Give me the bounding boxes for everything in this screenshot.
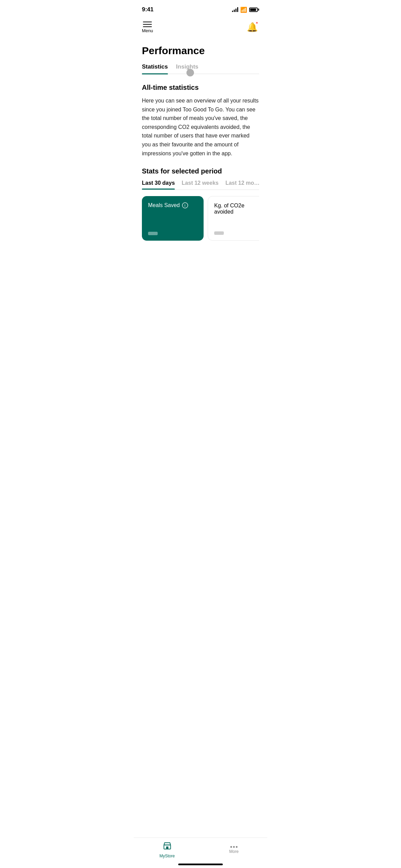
header: Menu 🔔 xyxy=(134,17,267,39)
co2-value-placeholder xyxy=(214,231,224,235)
battery-icon xyxy=(249,8,259,12)
notification-dot xyxy=(255,21,258,24)
co2-card: Kg. of CO2e avoided xyxy=(208,196,259,241)
status-icons: 📶 xyxy=(232,7,259,13)
page-title: Performance xyxy=(142,45,259,57)
period-tab-12months[interactable]: Last 12 mo… xyxy=(226,180,259,190)
co2-value xyxy=(214,231,259,235)
meals-value-placeholder xyxy=(148,232,158,235)
menu-button[interactable]: Menu xyxy=(142,22,153,33)
wifi-icon: 📶 xyxy=(240,7,247,13)
co2-title: Kg. of CO2e avoided xyxy=(214,203,259,215)
meals-saved-title: Meals Saved xyxy=(148,202,180,208)
tab-slider xyxy=(186,69,194,76)
stats-cards: Meals Saved i Kg. of CO2e avoided xyxy=(142,196,259,242)
notifications-button[interactable]: 🔔 xyxy=(245,21,259,34)
main-content: Performance Statistics Insights All-time… xyxy=(134,39,267,276)
hamburger-icon xyxy=(143,22,152,27)
signal-icon xyxy=(232,7,238,12)
meals-saved-value xyxy=(148,232,197,235)
period-tab-12weeks[interactable]: Last 12 weeks xyxy=(182,180,219,190)
info-icon[interactable]: i xyxy=(182,202,188,208)
all-time-description: Here you can see an overview of all your… xyxy=(142,96,259,158)
status-bar: 9:41 📶 xyxy=(134,0,267,17)
period-title: Stats for selected period xyxy=(142,167,259,175)
co2-card-header: Kg. of CO2e avoided xyxy=(214,203,259,215)
period-tabs: Last 30 days Last 12 weeks Last 12 mo… xyxy=(142,180,259,190)
card-header: Meals Saved i xyxy=(148,202,197,208)
status-time: 9:41 xyxy=(142,6,154,13)
meals-saved-card: Meals Saved i xyxy=(142,196,204,241)
all-time-title: All-time statistics xyxy=(142,84,259,92)
menu-label: Menu xyxy=(142,28,153,33)
primary-tabs: Statistics Insights xyxy=(142,63,259,74)
period-tab-30days[interactable]: Last 30 days xyxy=(142,180,175,190)
tab-statistics[interactable]: Statistics xyxy=(142,63,168,74)
